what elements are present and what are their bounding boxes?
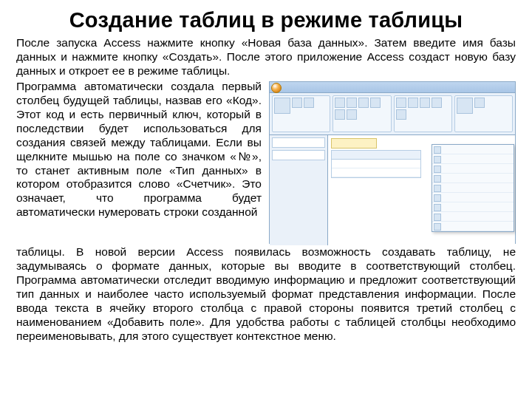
ribbon-icon xyxy=(358,98,369,108)
datasheet-header xyxy=(332,151,420,160)
ribbon-icon xyxy=(274,98,290,114)
ribbon-icon xyxy=(304,98,314,108)
context-menu-item xyxy=(432,164,514,174)
ribbon-icon xyxy=(335,109,345,120)
ribbon-group xyxy=(332,95,391,132)
ribbon-icon xyxy=(432,98,442,108)
table-tab xyxy=(331,138,377,149)
ribbon-icon xyxy=(396,98,406,108)
wrap-block: Программа автоматически создала первый с… xyxy=(16,80,516,245)
datasheet xyxy=(331,150,421,178)
context-menu xyxy=(432,144,514,232)
ribbon-icon xyxy=(370,98,381,108)
body-area xyxy=(270,135,515,245)
nav-item xyxy=(272,137,325,148)
office-button-icon xyxy=(271,83,282,93)
page-title: Создание таблиц в режиме таблицы xyxy=(16,7,516,33)
intro-paragraph: После запуска Access нажмите кнопку «Нов… xyxy=(16,36,516,78)
context-menu-item xyxy=(432,174,514,183)
ribbon-group xyxy=(394,95,452,132)
ribbon-icon xyxy=(335,98,345,108)
access-screenshot xyxy=(269,81,516,244)
navigation-pane xyxy=(270,135,328,245)
ribbon-icon xyxy=(347,98,357,108)
ribbon xyxy=(270,93,515,135)
context-menu-item xyxy=(432,222,514,231)
ribbon-group xyxy=(454,95,513,132)
context-menu-item xyxy=(432,183,514,193)
window-titlebar xyxy=(270,82,515,93)
ribbon-icon xyxy=(408,98,418,108)
context-menu-item xyxy=(432,145,514,154)
datasheet-area xyxy=(328,135,515,245)
context-menu-item xyxy=(432,193,514,202)
ribbon-icon xyxy=(292,98,302,108)
datasheet-row xyxy=(332,160,420,168)
ribbon-icon xyxy=(457,98,473,114)
context-menu-item xyxy=(432,154,514,164)
datasheet-row xyxy=(332,168,420,177)
rest-paragraph: таблицы. В новой версии Access появилась… xyxy=(16,245,516,343)
ribbon-icon xyxy=(474,98,485,108)
ribbon-icon xyxy=(396,109,406,120)
ribbon-icon xyxy=(420,98,430,108)
nav-item xyxy=(272,150,325,160)
ribbon-group xyxy=(272,95,330,132)
context-menu-item xyxy=(432,202,514,212)
ribbon-icon xyxy=(347,109,357,120)
context-menu-item xyxy=(432,212,514,222)
